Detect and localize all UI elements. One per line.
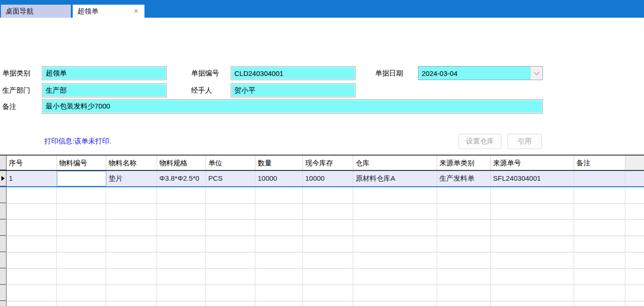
empty-cell-quantity[interactable]	[255, 236, 303, 252]
empty-cell-source_doc_type[interactable]	[437, 220, 491, 236]
empty-cell-quantity[interactable]	[255, 301, 303, 306]
empty-cell-source_doc_no[interactable]	[491, 285, 574, 301]
empty-cell-material_spec[interactable]	[157, 236, 206, 252]
empty-cell-seq[interactable]	[7, 301, 57, 306]
empty-cell-material_code[interactable]	[57, 187, 106, 203]
empty-cell-source_doc_type[interactable]	[437, 236, 491, 252]
cell-quantity[interactable]: 10000	[255, 171, 303, 186]
empty-cell-warehouse[interactable]	[353, 220, 437, 236]
empty-cell-current_stock[interactable]	[303, 269, 353, 285]
empty-cell-quantity[interactable]	[255, 220, 303, 236]
empty-table-row[interactable]	[0, 285, 644, 301]
empty-cell-material_name[interactable]	[106, 252, 157, 268]
empty-cell-warehouse[interactable]	[353, 236, 437, 252]
empty-cell-remark[interactable]	[574, 204, 625, 219]
empty-cell-warehouse[interactable]	[353, 187, 437, 203]
column-header-quantity[interactable]: 数量	[255, 156, 303, 170]
production-dept-input[interactable]	[42, 84, 166, 97]
empty-cell-source_doc_type[interactable]	[437, 269, 491, 285]
empty-cell-unit[interactable]	[206, 187, 255, 203]
cell-material_code[interactable]: DP-021	[57, 171, 106, 186]
column-header-source_doc_type[interactable]: 来源单类别	[437, 156, 491, 170]
empty-cell-warehouse[interactable]	[353, 301, 437, 306]
empty-cell-source_doc_no[interactable]	[491, 204, 574, 219]
empty-cell-seq[interactable]	[7, 220, 57, 236]
remark-input[interactable]	[42, 100, 542, 113]
empty-cell-current_stock[interactable]	[303, 252, 353, 268]
empty-cell-material_code[interactable]	[57, 269, 106, 285]
doc-date-input[interactable]	[418, 67, 530, 80]
empty-cell-source_doc_no[interactable]	[491, 187, 574, 203]
empty-cell-material_spec[interactable]	[157, 204, 206, 219]
empty-cell-unit[interactable]	[206, 301, 255, 306]
empty-cell-material_name[interactable]	[106, 269, 157, 285]
empty-cell-remark[interactable]	[574, 220, 625, 236]
empty-cell-source_doc_no[interactable]	[491, 269, 574, 285]
tab-over-requisition[interactable]: 超领单 ×	[73, 5, 144, 18]
quote-button[interactable]: 引用	[507, 134, 542, 149]
cell-seq[interactable]: 1	[7, 171, 57, 186]
empty-cell-remark[interactable]	[574, 301, 625, 306]
empty-cell-material_code[interactable]	[57, 252, 106, 268]
empty-table-row[interactable]	[0, 269, 644, 285]
cell-warehouse[interactable]: 原材料仓库A	[353, 171, 437, 186]
empty-cell-material_spec[interactable]	[157, 269, 206, 285]
empty-cell-current_stock[interactable]	[303, 204, 353, 219]
empty-cell-material_spec[interactable]	[157, 187, 206, 203]
empty-cell-unit[interactable]	[206, 204, 255, 219]
empty-cell-seq[interactable]	[7, 285, 57, 301]
empty-cell-unit[interactable]	[206, 220, 255, 236]
tab-close-icon[interactable]: ×	[132, 5, 140, 18]
cell-source_doc_type[interactable]: 生产发料单	[437, 171, 491, 186]
empty-table-row[interactable]	[0, 204, 644, 220]
empty-cell-current_stock[interactable]	[303, 187, 353, 203]
empty-cell-material_name[interactable]	[106, 204, 157, 219]
empty-cell-remark[interactable]	[574, 252, 625, 268]
empty-cell-material_code[interactable]	[57, 204, 106, 219]
empty-cell-quantity[interactable]	[255, 204, 303, 219]
empty-table-row[interactable]	[0, 236, 644, 252]
doc-no-input[interactable]	[231, 67, 355, 80]
empty-cell-source_doc_type[interactable]	[437, 204, 491, 219]
doc-type-input[interactable]	[42, 67, 166, 80]
empty-cell-material_code[interactable]	[57, 301, 106, 306]
empty-cell-material_spec[interactable]	[157, 220, 206, 236]
empty-cell-warehouse[interactable]	[353, 204, 437, 219]
handler-input[interactable]	[231, 84, 355, 97]
empty-cell-remark[interactable]	[574, 236, 625, 252]
empty-cell-unit[interactable]	[206, 236, 255, 252]
empty-cell-source_doc_no[interactable]	[491, 252, 574, 268]
column-header-material_code[interactable]: 物料编号	[57, 156, 106, 170]
empty-cell-quantity[interactable]	[255, 285, 303, 301]
column-header-source_doc_no[interactable]: 来源单号	[491, 156, 574, 170]
empty-cell-material_spec[interactable]	[157, 301, 206, 306]
set-warehouse-button[interactable]: 设置仓库	[459, 134, 501, 149]
column-header-warehouse[interactable]: 仓库	[353, 156, 437, 170]
empty-cell-material_spec[interactable]	[157, 285, 206, 301]
empty-table-row[interactable]	[0, 301, 644, 306]
empty-cell-source_doc_no[interactable]	[491, 301, 574, 306]
cell-unit[interactable]: PCS	[206, 171, 255, 186]
empty-cell-source_doc_type[interactable]	[437, 252, 491, 268]
empty-cell-source_doc_no[interactable]	[491, 236, 574, 252]
column-header-unit[interactable]: 单位	[206, 156, 255, 170]
empty-cell-unit[interactable]	[206, 269, 255, 285]
cell-current_stock[interactable]: 10000	[303, 171, 353, 186]
empty-cell-material_name[interactable]	[106, 187, 157, 203]
column-header-remark[interactable]: 备注	[574, 156, 625, 170]
empty-cell-remark[interactable]	[574, 187, 625, 203]
empty-cell-quantity[interactable]	[255, 187, 303, 203]
empty-cell-source_doc_no[interactable]	[491, 220, 574, 236]
column-header-material_name[interactable]: 物料名称	[106, 156, 157, 170]
tab-desktop-nav[interactable]: 桌面导航	[1, 5, 71, 18]
empty-cell-remark[interactable]	[574, 269, 625, 285]
empty-cell-source_doc_type[interactable]	[437, 187, 491, 203]
empty-cell-seq[interactable]	[7, 252, 57, 268]
empty-cell-material_code[interactable]	[57, 285, 106, 301]
empty-cell-unit[interactable]	[206, 252, 255, 268]
empty-table-row[interactable]	[0, 187, 644, 204]
empty-cell-seq[interactable]	[7, 187, 57, 203]
empty-cell-seq[interactable]	[7, 204, 57, 219]
empty-cell-remark[interactable]	[574, 285, 625, 301]
column-header-seq[interactable]: 序号	[7, 156, 57, 170]
